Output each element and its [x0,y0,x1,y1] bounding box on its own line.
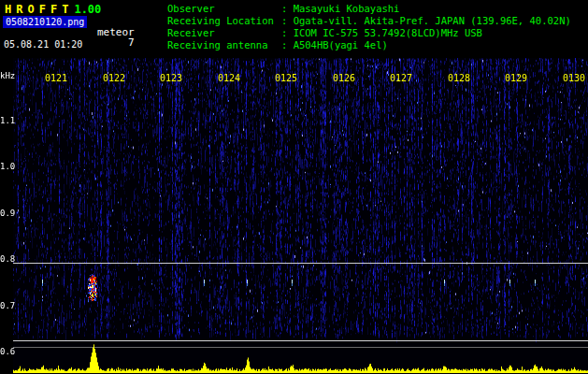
info-separator: : [281,3,294,15]
info-label-receiver: Receiver [167,27,281,39]
time-label-0121: 0121 [44,73,68,83]
title-letter-r: R [16,3,22,16]
freq-label-1-0: 1.0 [0,162,13,171]
time-label-0123: 0123 [159,73,183,83]
filename-badge: 0508210120.png [3,16,87,28]
time-label-0122: 0122 [102,73,126,83]
info-value-antenna: A504HB(yagi 4el) [294,39,388,51]
title-letter-h: H [5,3,11,16]
title-letter-f1: F [39,3,46,16]
info-label-antenna: Receiving antenna [167,39,281,51]
time-label-0126: 0126 [332,73,356,83]
spectrogram-canvas [13,58,588,374]
app-version: 1.00 [74,3,101,16]
info-label-location: Receiving Location [167,15,281,27]
time-label-0130: 0130 [562,73,586,83]
info-label-observer: Observer [167,3,281,15]
freq-label-0-8: 0.8 [0,254,13,264]
info-value-observer: Masayuki Kobayashi [294,3,400,15]
info-separator: : [281,27,294,39]
info-value-receiver: ICOM IC-575 53.7492(8LCD)MHz USB [294,27,482,39]
info-row-receiver: Receiver: ICOM IC-575 53.7492(8LCD)MHz U… [167,27,571,39]
time-label-0129: 0129 [504,73,528,83]
hrofft-output: HROFFT1.00 0508210120.png meteor 7 05.08… [0,0,588,374]
freq-label-0-6: 0.6 [0,347,13,356]
time-label-0127: 0127 [389,73,413,83]
freq-label-0-7: 0.7 [0,301,13,310]
title-letter-o: O [27,3,34,16]
station-info: Observer: Masayuki Kobayashi Receiving L… [167,3,571,51]
info-row-location: Receiving Location: Ogata-vill. Akita-Pr… [167,15,571,27]
title-letter-t: T [62,3,68,16]
meteor-count: 7 [128,36,135,49]
app-title: HROFFT1.00 [5,3,101,16]
time-label-0124: 0124 [217,73,241,83]
freq-label-0-9: 0.9 [0,209,13,218]
info-value-location: Ogata-vill. Akita-Pref. JAPAN (139.96E, … [294,15,571,27]
info-separator: : [281,15,294,27]
timestamp: 05.08.21 01:20 [4,39,82,50]
info-separator: : [281,39,294,51]
time-label-0128: 0128 [447,73,471,83]
freq-axis-unit: kHz [0,71,15,80]
time-label-0125: 0125 [274,73,298,83]
freq-label-1-1: 1.1 [0,116,13,125]
info-row-antenna: Receiving antenna: A504HB(yagi 4el) [167,39,571,51]
title-letter-f2: F [50,3,57,16]
info-row-observer: Observer: Masayuki Kobayashi [167,3,571,15]
